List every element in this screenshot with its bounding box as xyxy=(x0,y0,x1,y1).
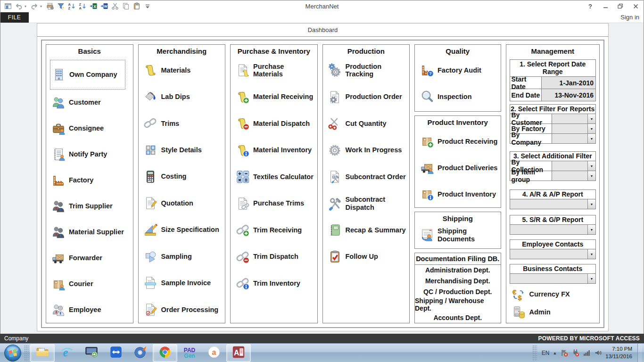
item-factory-audit[interactable]: ?Factory Audit xyxy=(420,57,499,83)
item-material-dispatch[interactable]: Material Dispatch xyxy=(235,110,315,137)
item-employee[interactable]: Employee xyxy=(51,297,131,323)
power-plug-icon[interactable] xyxy=(571,349,579,357)
combo-value[interactable] xyxy=(510,249,588,259)
combo-value[interactable] xyxy=(510,274,588,283)
item-courier[interactable]: Courier xyxy=(51,271,131,297)
date-value[interactable]: 13-Nov-2016 xyxy=(541,89,596,101)
show-desktop-button[interactable] xyxy=(637,344,642,362)
combo-value[interactable] xyxy=(552,171,588,181)
item-subcontract-dispatch[interactable]: Subcontract Dispatch xyxy=(328,190,408,217)
item-inspection[interactable]: Inspection xyxy=(420,83,499,110)
combo-value[interactable] xyxy=(552,124,588,133)
link-accounts-dept[interactable]: Accounts Dept. xyxy=(415,312,501,323)
undo-icon[interactable] xyxy=(14,1,24,11)
taskbar-button-padgen[interactable]: PADGen xyxy=(177,344,202,362)
item-product-receiving[interactable]: Product Receiving xyxy=(420,128,499,155)
item-style-details[interactable]: Style Details xyxy=(143,137,223,163)
item-quotation[interactable]: Quotation xyxy=(143,190,223,216)
item-cut-quantity[interactable]: Cut Quantity xyxy=(328,110,408,137)
item-purchase-trims[interactable]: Purchase Trims xyxy=(235,190,315,217)
item-forwarder[interactable]: Forwarder xyxy=(51,245,131,271)
volume-icon[interactable] xyxy=(594,349,602,357)
by-company-combo[interactable]: ▼ xyxy=(552,134,596,143)
by-factory-combo[interactable]: ▼ xyxy=(552,124,596,133)
taskbar-button-ie[interactable]: e xyxy=(55,344,79,362)
close-icon[interactable] xyxy=(629,1,642,11)
item-product-deliveries[interactable]: Product Deliveries xyxy=(420,155,499,181)
employee-contacts-combo[interactable]: ▼ xyxy=(510,249,596,259)
item-materials[interactable]: Materials xyxy=(143,57,223,83)
file-tab[interactable]: FILE xyxy=(0,12,29,23)
taskbar-button-access[interactable]: A xyxy=(226,344,251,362)
export-word-icon[interactable]: W xyxy=(99,1,109,11)
item-material-supplier[interactable]: Material Supplier xyxy=(51,219,131,245)
taskbar-button-disc[interactable] xyxy=(128,344,153,362)
language-indicator[interactable]: EN xyxy=(542,350,550,356)
combo-value[interactable] xyxy=(552,134,588,143)
minimize-icon[interactable] xyxy=(599,1,612,11)
item-notify-party[interactable]: Notify Party xyxy=(51,141,131,167)
item-factory[interactable]: Factory xyxy=(51,167,131,193)
help-icon[interactable]: ? xyxy=(584,1,597,11)
printer-icon[interactable] xyxy=(45,1,55,11)
item-production-order[interactable]: Production Order xyxy=(328,84,408,111)
dropdown-button[interactable]: ▼ xyxy=(587,171,595,181)
copy-icon[interactable] xyxy=(121,1,131,11)
item-size-specification[interactable]: Size Specification xyxy=(143,216,223,243)
redo-dropdown-icon[interactable]: ▾ xyxy=(40,4,44,8)
item-admin[interactable]: Admin xyxy=(512,305,596,320)
item-material-inventory[interactable]: Material Inventory xyxy=(235,137,315,164)
sort-desc-icon[interactable]: ZA xyxy=(77,1,87,11)
dropdown-button[interactable]: ▼ xyxy=(587,114,595,123)
by-item-group-combo[interactable]: ▼ xyxy=(552,171,596,181)
combo-value[interactable] xyxy=(510,225,588,234)
paste-icon[interactable] xyxy=(132,1,141,11)
item-work-in-progress[interactable]: Work In Progress xyxy=(328,137,408,164)
item-order-processing[interactable]: Order Processing xyxy=(143,296,223,323)
action-center-flag-icon[interactable] xyxy=(560,349,568,357)
item-material-receiving[interactable]: Material Receiving xyxy=(235,84,315,111)
item-trim-supplier[interactable]: Trim Supplier xyxy=(51,193,131,219)
clock[interactable]: 7:10 PM 13/11/2016 xyxy=(605,346,634,360)
item-subcontract-order[interactable]: Subcontract Order xyxy=(328,164,408,190)
link-merchandising-dept[interactable]: Merchandising Dept. xyxy=(415,276,501,287)
taskbar-button-teamviewer[interactable] xyxy=(104,344,128,362)
dropdown-button[interactable]: ▼ xyxy=(587,199,595,209)
combo-value[interactable] xyxy=(510,199,588,209)
combo-value[interactable] xyxy=(552,114,588,123)
item-sampling[interactable]: Sampling xyxy=(143,243,223,270)
dropdown-button[interactable]: ▼ xyxy=(587,134,595,143)
item-lab-dips[interactable]: Lab Dips xyxy=(143,83,223,110)
item-shipping-documents[interactable]: Shipping Documents xyxy=(420,224,499,246)
item-recap-summary[interactable]: Recap & Summary xyxy=(328,217,408,244)
item-customer[interactable]: Customer xyxy=(51,90,131,115)
by-customer-combo[interactable]: ▼ xyxy=(552,114,596,123)
start-button-icon[interactable] xyxy=(4,344,22,362)
export-excel-icon[interactable]: X xyxy=(88,1,98,11)
item-currency-fx[interactable]: €$Currency FX xyxy=(512,287,596,302)
combo-value[interactable] xyxy=(552,161,588,171)
sign-in-link[interactable]: Sign in xyxy=(620,14,639,21)
form-tab-dashboard[interactable]: Dashboard xyxy=(37,24,608,37)
item-trims[interactable]: Trims xyxy=(143,110,223,137)
dropdown-button[interactable]: ▼ xyxy=(587,124,595,133)
link-administration-dept[interactable]: Administration Dept. xyxy=(415,265,501,276)
restore-icon[interactable] xyxy=(614,1,627,11)
filter-icon[interactable] xyxy=(56,1,66,11)
cut-icon[interactable] xyxy=(110,1,120,11)
customize-icon[interactable] xyxy=(142,1,152,11)
date-value[interactable]: 1-Jan-2010 xyxy=(541,77,596,89)
item-purchase-materials[interactable]: Purchase Materials xyxy=(235,57,315,84)
undo-dropdown-icon[interactable]: ▾ xyxy=(25,4,28,8)
network-signal-icon[interactable] xyxy=(583,349,591,357)
link-shipping-warehouse-dept[interactable]: Shipping / Warehouse Dept. xyxy=(415,297,501,312)
taskbar-button-rdp[interactable] xyxy=(79,344,104,362)
4-a-r-a-p-report-combo[interactable]: ▼ xyxy=(510,199,596,209)
taskbar-button-explorer[interactable] xyxy=(30,344,55,362)
item-consignee[interactable]: Consignee xyxy=(51,115,131,141)
taskbar-button-a-app[interactable]: a xyxy=(202,344,226,362)
item-follow-up[interactable]: Follow Up xyxy=(328,244,408,271)
item-own-company[interactable]: Own Company xyxy=(50,60,125,90)
item-trim-inventory[interactable]: Trim Inventory xyxy=(235,270,315,297)
business-contacts-combo[interactable]: ▼ xyxy=(510,273,596,283)
